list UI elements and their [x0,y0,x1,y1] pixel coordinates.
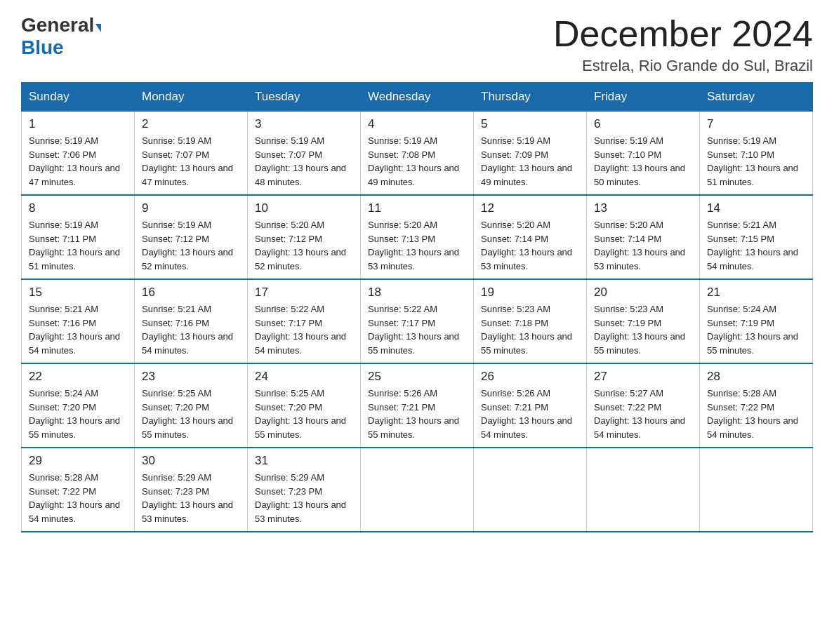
day-number: 29 [29,454,127,468]
calendar-week-3: 15Sunrise: 5:21 AMSunset: 7:16 PMDayligh… [22,279,813,363]
calendar-cell: 2Sunrise: 5:19 AMSunset: 7:07 PMDaylight… [135,112,248,196]
calendar-cell [474,448,587,532]
calendar-week-4: 22Sunrise: 5:24 AMSunset: 7:20 PMDayligh… [22,363,813,448]
calendar-cell: 16Sunrise: 5:21 AMSunset: 7:16 PMDayligh… [135,279,248,363]
day-number: 12 [481,201,579,215]
col-header-friday: Friday [587,83,700,112]
day-info: Sunrise: 5:20 AMSunset: 7:12 PMDaylight:… [255,218,353,273]
calendar-cell: 26Sunrise: 5:26 AMSunset: 7:21 PMDayligh… [474,363,587,448]
day-info: Sunrise: 5:25 AMSunset: 7:20 PMDaylight:… [142,387,240,441]
calendar-cell: 21Sunrise: 5:24 AMSunset: 7:19 PMDayligh… [700,279,813,363]
day-number: 20 [594,286,692,300]
day-info: Sunrise: 5:20 AMSunset: 7:14 PMDaylight:… [481,218,579,273]
logo-general-text: General [21,14,94,36]
calendar-cell: 18Sunrise: 5:22 AMSunset: 7:17 PMDayligh… [361,279,474,363]
day-info: Sunrise: 5:19 AMSunset: 7:10 PMDaylight:… [594,134,692,189]
day-info: Sunrise: 5:19 AMSunset: 7:10 PMDaylight:… [707,134,805,189]
calendar-cell: 23Sunrise: 5:25 AMSunset: 7:20 PMDayligh… [135,363,248,448]
day-info: Sunrise: 5:26 AMSunset: 7:21 PMDaylight:… [368,387,466,441]
calendar-cell: 11Sunrise: 5:20 AMSunset: 7:13 PMDayligh… [361,195,474,279]
day-number: 6 [594,117,692,131]
calendar-week-1: 1Sunrise: 5:19 AMSunset: 7:06 PMDaylight… [22,112,813,196]
day-number: 19 [481,286,579,300]
calendar-week-2: 8Sunrise: 5:19 AMSunset: 7:11 PMDaylight… [22,195,813,279]
day-info: Sunrise: 5:21 AMSunset: 7:15 PMDaylight:… [707,218,805,273]
day-info: Sunrise: 5:28 AMSunset: 7:22 PMDaylight:… [29,471,127,525]
calendar-cell: 15Sunrise: 5:21 AMSunset: 7:16 PMDayligh… [22,279,135,363]
day-number: 2 [142,117,240,131]
day-info: Sunrise: 5:20 AMSunset: 7:14 PMDaylight:… [594,218,692,273]
calendar-cell: 13Sunrise: 5:20 AMSunset: 7:14 PMDayligh… [587,195,700,279]
calendar-cell: 3Sunrise: 5:19 AMSunset: 7:07 PMDaylight… [248,112,361,196]
calendar-cell: 14Sunrise: 5:21 AMSunset: 7:15 PMDayligh… [700,195,813,279]
location: Estrela, Rio Grande do Sul, Brazil [553,57,813,75]
calendar-cell: 28Sunrise: 5:28 AMSunset: 7:22 PMDayligh… [700,363,813,448]
day-number: 27 [594,370,692,384]
day-info: Sunrise: 5:26 AMSunset: 7:21 PMDaylight:… [481,387,579,441]
calendar-cell: 12Sunrise: 5:20 AMSunset: 7:14 PMDayligh… [474,195,587,279]
calendar-cell: 10Sunrise: 5:20 AMSunset: 7:12 PMDayligh… [248,195,361,279]
col-header-wednesday: Wednesday [361,83,474,112]
page-header: General Blue December 2024 Estrela, Rio … [21,14,813,75]
calendar-cell: 27Sunrise: 5:27 AMSunset: 7:22 PMDayligh… [587,363,700,448]
title-block: December 2024 Estrela, Rio Grande do Sul… [553,14,813,75]
day-info: Sunrise: 5:24 AMSunset: 7:19 PMDaylight:… [707,302,805,357]
day-info: Sunrise: 5:29 AMSunset: 7:23 PMDaylight:… [255,471,353,525]
day-number: 9 [142,201,240,215]
day-number: 16 [142,286,240,300]
day-number: 8 [29,201,127,215]
col-header-monday: Monday [135,83,248,112]
calendar-cell: 24Sunrise: 5:25 AMSunset: 7:20 PMDayligh… [248,363,361,448]
day-info: Sunrise: 5:19 AMSunset: 7:11 PMDaylight:… [29,218,127,273]
logo-triangle-icon [95,24,101,32]
day-number: 17 [255,286,353,300]
calendar-cell: 30Sunrise: 5:29 AMSunset: 7:23 PMDayligh… [135,448,248,532]
day-info: Sunrise: 5:19 AMSunset: 7:07 PMDaylight:… [255,134,353,189]
day-info: Sunrise: 5:20 AMSunset: 7:13 PMDaylight:… [368,218,466,273]
day-info: Sunrise: 5:19 AMSunset: 7:06 PMDaylight:… [29,134,127,189]
col-header-tuesday: Tuesday [248,83,361,112]
day-info: Sunrise: 5:29 AMSunset: 7:23 PMDaylight:… [142,471,240,525]
calendar-cell: 4Sunrise: 5:19 AMSunset: 7:08 PMDaylight… [361,112,474,196]
calendar-cell: 29Sunrise: 5:28 AMSunset: 7:22 PMDayligh… [22,448,135,532]
day-info: Sunrise: 5:28 AMSunset: 7:22 PMDaylight:… [707,387,805,441]
day-info: Sunrise: 5:23 AMSunset: 7:18 PMDaylight:… [481,302,579,357]
day-number: 24 [255,370,353,384]
day-number: 30 [142,454,240,468]
day-number: 1 [29,117,127,131]
day-number: 11 [368,201,466,215]
day-info: Sunrise: 5:23 AMSunset: 7:19 PMDaylight:… [594,302,692,357]
col-header-saturday: Saturday [700,83,813,112]
day-info: Sunrise: 5:21 AMSunset: 7:16 PMDaylight:… [29,302,127,357]
calendar-cell: 8Sunrise: 5:19 AMSunset: 7:11 PMDaylight… [22,195,135,279]
calendar-cell: 6Sunrise: 5:19 AMSunset: 7:10 PMDaylight… [587,112,700,196]
day-info: Sunrise: 5:22 AMSunset: 7:17 PMDaylight:… [368,302,466,357]
col-header-sunday: Sunday [22,83,135,112]
calendar-week-5: 29Sunrise: 5:28 AMSunset: 7:22 PMDayligh… [22,448,813,532]
logo-blue-text: Blue [21,36,64,59]
day-number: 25 [368,370,466,384]
day-number: 18 [368,286,466,300]
day-number: 13 [594,201,692,215]
calendar-cell: 22Sunrise: 5:24 AMSunset: 7:20 PMDayligh… [22,363,135,448]
day-info: Sunrise: 5:21 AMSunset: 7:16 PMDaylight:… [142,302,240,357]
day-info: Sunrise: 5:25 AMSunset: 7:20 PMDaylight:… [255,387,353,441]
calendar-cell [587,448,700,532]
logo: General Blue [21,14,101,59]
day-info: Sunrise: 5:19 AMSunset: 7:07 PMDaylight:… [142,134,240,189]
day-number: 28 [707,370,805,384]
day-number: 26 [481,370,579,384]
calendar-cell: 7Sunrise: 5:19 AMSunset: 7:10 PMDaylight… [700,112,813,196]
day-number: 3 [255,117,353,131]
day-number: 5 [481,117,579,131]
day-number: 22 [29,370,127,384]
day-info: Sunrise: 5:19 AMSunset: 7:09 PMDaylight:… [481,134,579,189]
calendar-cell: 19Sunrise: 5:23 AMSunset: 7:18 PMDayligh… [474,279,587,363]
day-info: Sunrise: 5:27 AMSunset: 7:22 PMDaylight:… [594,387,692,441]
calendar-cell: 17Sunrise: 5:22 AMSunset: 7:17 PMDayligh… [248,279,361,363]
calendar-cell [700,448,813,532]
day-number: 15 [29,286,127,300]
day-number: 23 [142,370,240,384]
calendar-cell: 25Sunrise: 5:26 AMSunset: 7:21 PMDayligh… [361,363,474,448]
calendar-cell: 20Sunrise: 5:23 AMSunset: 7:19 PMDayligh… [587,279,700,363]
